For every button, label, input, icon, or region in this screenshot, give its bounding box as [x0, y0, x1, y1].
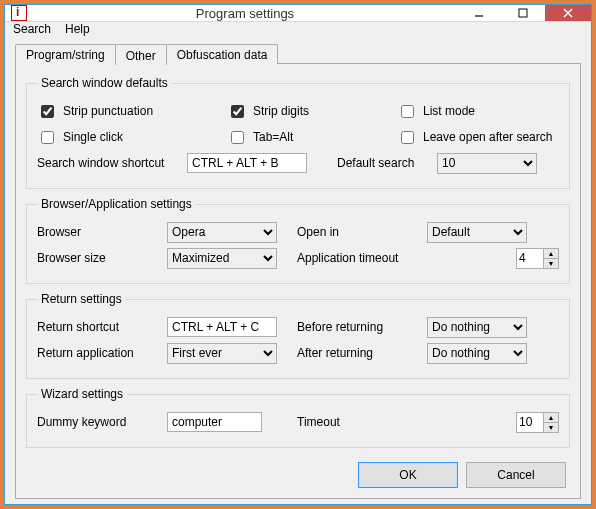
- checkbox-tab-alt-label: Tab=Alt: [253, 130, 293, 144]
- app-timeout-input[interactable]: [517, 249, 543, 268]
- browser-size-label: Browser size: [37, 251, 106, 265]
- minimize-button[interactable]: [457, 5, 501, 21]
- cancel-button[interactable]: Cancel: [466, 462, 566, 488]
- before-returning-select[interactable]: Do nothing: [427, 317, 527, 338]
- search-shortcut-input[interactable]: [187, 153, 307, 173]
- return-app-select[interactable]: First ever: [167, 343, 277, 364]
- spinner-up-icon[interactable]: ▲: [544, 249, 558, 259]
- checkbox-leave-open[interactable]: Leave open after search: [397, 128, 552, 147]
- tabstrip: Program/string Other Obfuscation data: [15, 42, 581, 64]
- group-search-defaults-legend: Search window defaults: [37, 76, 172, 90]
- group-return-legend: Return settings: [37, 292, 126, 306]
- return-shortcut-input[interactable]: [167, 317, 277, 337]
- titlebar[interactable]: Program settings: [5, 5, 591, 22]
- app-icon: [11, 5, 27, 21]
- checkbox-strip-digits-input[interactable]: [231, 105, 244, 118]
- group-wizard-legend: Wizard settings: [37, 387, 127, 401]
- checkbox-single-click-input[interactable]: [41, 131, 54, 144]
- checkbox-tab-alt[interactable]: Tab=Alt: [227, 128, 293, 147]
- checkbox-tab-alt-input[interactable]: [231, 131, 244, 144]
- menubar: Search Help: [5, 22, 591, 36]
- app-timeout-label: Application timeout: [297, 251, 398, 265]
- client-area: Program/string Other Obfuscation data Se…: [5, 36, 591, 509]
- dialog-buttons: OK Cancel: [26, 456, 570, 488]
- app-timeout-spinner[interactable]: ▲▼: [516, 248, 559, 269]
- spinner-up-icon[interactable]: ▲: [544, 413, 558, 423]
- group-wizard-settings: Wizard settings Dummy keyword Timeout ▲▼: [26, 387, 570, 448]
- default-search-label: Default search: [337, 156, 414, 170]
- ok-button[interactable]: OK: [358, 462, 458, 488]
- dummy-keyword-label: Dummy keyword: [37, 415, 126, 429]
- search-shortcut-label: Search window shortcut: [37, 156, 164, 170]
- checkbox-list-mode[interactable]: List mode: [397, 102, 475, 121]
- close-button[interactable]: [545, 5, 591, 21]
- default-search-select[interactable]: 10: [437, 153, 537, 174]
- checkbox-strip-digits-label: Strip digits: [253, 104, 309, 118]
- spinner-down-icon[interactable]: ▼: [544, 423, 558, 432]
- spinner-down-icon[interactable]: ▼: [544, 259, 558, 268]
- tab-panel-other: Search window defaults Strip punctuation…: [15, 63, 581, 499]
- menu-search[interactable]: Search: [13, 22, 51, 36]
- checkbox-leave-open-input[interactable]: [401, 131, 414, 144]
- settings-window: Program settings Search Help Program/str…: [4, 4, 592, 505]
- svg-rect-1: [519, 9, 527, 17]
- group-search-defaults: Search window defaults Strip punctuation…: [26, 76, 570, 189]
- checkbox-strip-punctuation-input[interactable]: [41, 105, 54, 118]
- after-returning-label: After returning: [297, 346, 373, 360]
- checkbox-list-mode-label: List mode: [423, 104, 475, 118]
- checkbox-single-click[interactable]: Single click: [37, 128, 123, 147]
- return-app-label: Return application: [37, 346, 134, 360]
- wizard-timeout-input[interactable]: [517, 413, 543, 432]
- checkbox-list-mode-input[interactable]: [401, 105, 414, 118]
- checkbox-strip-punctuation-label: Strip punctuation: [63, 104, 153, 118]
- menu-help[interactable]: Help: [65, 22, 90, 36]
- group-browser-legend: Browser/Application settings: [37, 197, 196, 211]
- browser-label: Browser: [37, 225, 81, 239]
- tab-obfuscation-data[interactable]: Obfuscation data: [166, 44, 279, 64]
- browser-select[interactable]: Opera: [167, 222, 277, 243]
- group-return-settings: Return settings Return shortcut Before r…: [26, 292, 570, 379]
- return-shortcut-label: Return shortcut: [37, 320, 119, 334]
- dummy-keyword-input[interactable]: [167, 412, 262, 432]
- checkbox-leave-open-label: Leave open after search: [423, 130, 552, 144]
- tab-other[interactable]: Other: [115, 44, 167, 65]
- open-in-select[interactable]: Default: [427, 222, 527, 243]
- window-controls: [457, 5, 591, 21]
- checkbox-strip-digits[interactable]: Strip digits: [227, 102, 309, 121]
- before-returning-label: Before returning: [297, 320, 383, 334]
- window-title: Program settings: [33, 6, 457, 21]
- browser-size-select[interactable]: Maximized: [167, 248, 277, 269]
- group-browser-settings: Browser/Application settings Browser Ope…: [26, 197, 570, 284]
- checkbox-single-click-label: Single click: [63, 130, 123, 144]
- checkbox-strip-punctuation[interactable]: Strip punctuation: [37, 102, 153, 121]
- after-returning-select[interactable]: Do nothing: [427, 343, 527, 364]
- maximize-button[interactable]: [501, 5, 545, 21]
- open-in-label: Open in: [297, 225, 339, 239]
- wizard-timeout-spinner[interactable]: ▲▼: [516, 412, 559, 433]
- wizard-timeout-label: Timeout: [297, 415, 340, 429]
- tab-program-string[interactable]: Program/string: [15, 44, 116, 64]
